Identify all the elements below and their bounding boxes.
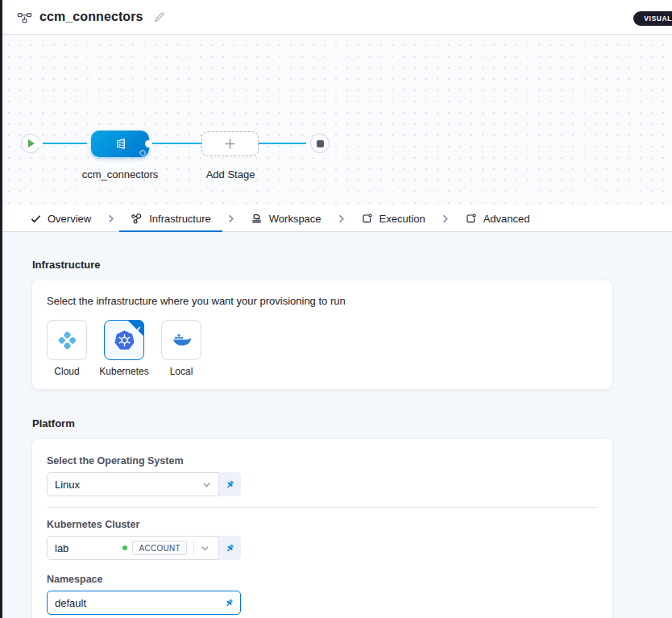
stage-config-tabbar: Overview Infrastructure Workspace Execut… [0, 205, 672, 232]
pipeline-header: ccm_connectors VISUAL [0, 0, 672, 35]
local-label: Local [170, 366, 193, 377]
chevron-right-icon [226, 205, 235, 231]
infrastructure-options: Cloud Kubernetes [47, 320, 598, 377]
kubernetes-label: Kubernetes [99, 366, 148, 377]
add-stage-button[interactable] [201, 131, 259, 156]
chevron-right-icon [441, 205, 450, 231]
scope-badge: ACCOUNT [132, 541, 187, 555]
local-tile[interactable] [161, 320, 201, 360]
os-select[interactable]: Linux [47, 472, 219, 496]
stage-node-ccm-connectors[interactable] [91, 131, 149, 157]
cluster-value: lab [55, 542, 122, 554]
infrastructure-heading: Infrastructure [32, 259, 672, 271]
pin-icon [225, 479, 235, 490]
os-field: Linux [47, 472, 598, 496]
infra-option-kubernetes[interactable]: Kubernetes [104, 320, 144, 377]
chevron-right-icon [337, 205, 346, 231]
infrastructure-card: Select the infrastructure where you want… [32, 280, 612, 389]
os-value: Linux [55, 479, 202, 491]
connectivity-status-dot [122, 545, 127, 550]
cluster-select[interactable]: lab ACCOUNT [47, 536, 219, 560]
pin-icon [224, 598, 234, 608]
cluster-label: Kubernetes Cluster [47, 519, 598, 530]
cluster-field: lab ACCOUNT [47, 536, 598, 560]
cluster-chevron[interactable] [193, 541, 211, 555]
connector-dot [145, 140, 152, 147]
tab-execution[interactable]: Execution [350, 205, 437, 231]
infrastructure-description: Select the infrastructure where you want… [47, 295, 598, 307]
stage-node-label: ccm_connectors [82, 168, 159, 180]
cluster-fixed-value-button[interactable] [219, 536, 241, 560]
pin-icon [225, 543, 235, 554]
add-stage-label: Add Stage [206, 168, 255, 180]
platform-heading: Platform [32, 417, 672, 429]
play-icon [28, 139, 35, 147]
connector-dot [35, 140, 43, 147]
selected-check-icon [134, 321, 141, 336]
chevron-down-icon [202, 480, 211, 489]
cloud-icon [56, 330, 78, 351]
cloud-label: Cloud [54, 366, 79, 377]
tab-overview[interactable]: Overview [19, 205, 102, 231]
stage-type-icon [114, 137, 127, 151]
workspace-icon [251, 213, 263, 225]
tab-advanced[interactable]: Advanced [454, 205, 541, 231]
tab-workspace[interactable]: Workspace [239, 205, 333, 231]
chevron-down-icon [201, 544, 209, 553]
divider [47, 507, 598, 508]
execution-icon [361, 213, 373, 225]
cloud-tile[interactable] [47, 320, 87, 360]
check-icon [31, 214, 41, 224]
chevron-right-icon [106, 205, 115, 231]
platform-card: Select the Operating System Linux Kubern… [32, 439, 612, 618]
kubernetes-tile[interactable] [104, 320, 144, 360]
pipeline-icon [17, 10, 32, 25]
pipeline-connector-line [31, 143, 320, 144]
namespace-fixed-value-button[interactable] [224, 598, 234, 608]
edit-pencil-icon[interactable] [153, 11, 165, 23]
infra-option-local[interactable]: Local [161, 320, 201, 377]
infrastructure-icon [131, 213, 143, 225]
pipeline-canvas[interactable]: ccm_connectors Add Stage [0, 35, 672, 205]
plus-icon [224, 138, 236, 150]
namespace-field [47, 591, 241, 615]
advanced-icon [465, 213, 477, 225]
stop-icon [317, 140, 324, 147]
namespace-input[interactable] [55, 597, 224, 609]
conditional-execution-icon [139, 149, 146, 156]
tab-infrastructure[interactable]: Infrastructure [119, 205, 222, 231]
infra-option-cloud[interactable]: Cloud [47, 320, 87, 377]
visual-yaml-toggle[interactable]: VISUAL [633, 11, 672, 26]
os-label: Select the Operating System [47, 455, 598, 467]
docker-icon [170, 329, 193, 351]
os-fixed-value-button[interactable] [219, 472, 241, 496]
pipeline-end-node[interactable] [310, 134, 330, 153]
left-nav-edge [0, 0, 2, 618]
namespace-label: Namespace [47, 574, 598, 585]
pipeline-title: ccm_connectors [39, 10, 143, 24]
infrastructure-tab-content: Infrastructure Select the infrastructure… [0, 232, 672, 618]
